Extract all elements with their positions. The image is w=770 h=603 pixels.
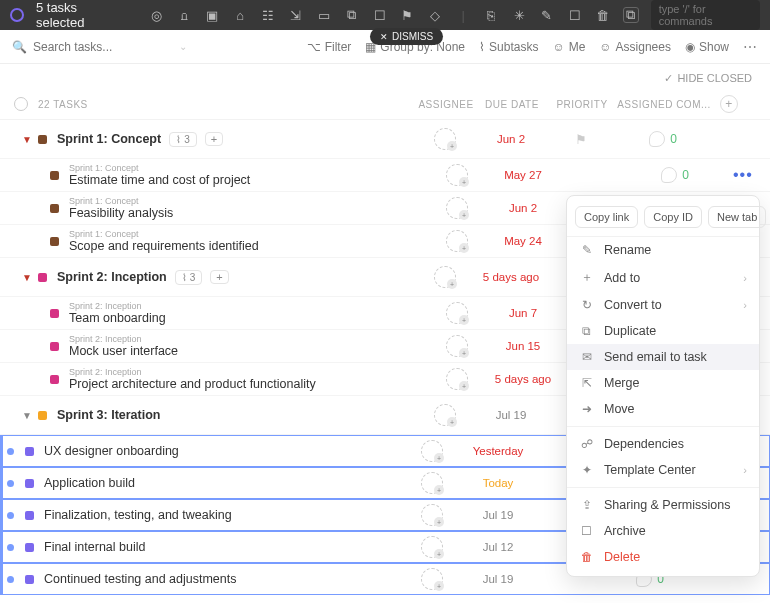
assignee-placeholder-icon[interactable]: + [421,536,443,558]
add-assignee-icon[interactable]: + [459,315,469,325]
add-assignee-icon[interactable]: + [434,549,444,559]
edit-icon[interactable]: ✎ [539,7,555,23]
assignee-placeholder-icon[interactable]: + [446,164,468,186]
col-priority[interactable]: PRIORITY [550,99,614,110]
due-date-cell[interactable]: May 27 [485,169,561,181]
ctx-sharing[interactable]: ⇪Sharing & Permissions [567,492,759,518]
due-date-cell[interactable]: Jul 19 [460,573,536,585]
subtasks-icon[interactable]: ▣ [204,7,220,23]
col-assigned-comments[interactable]: ASSIGNED COM... [614,99,714,110]
due-date-cell[interactable]: Jul 12 [460,541,536,553]
ctx-move[interactable]: ➜Move [567,396,759,422]
checklist-icon[interactable]: ☷ [260,7,276,23]
add-assignee-icon[interactable]: + [434,485,444,495]
assign-user-icon[interactable]: ⩍ [176,7,192,23]
assignee-placeholder-icon[interactable]: + [446,368,468,390]
add-assignee-icon[interactable]: + [459,210,469,220]
breadcrumb[interactable]: Sprint 1: Concept [69,196,429,206]
assignee-placeholder-icon[interactable]: + [446,302,468,324]
assignee-placeholder-icon[interactable]: + [446,230,468,252]
ctx-add-to[interactable]: ＋Add to› [567,263,759,292]
move-icon[interactable]: ⇲ [288,7,304,23]
task-title[interactable]: Team onboarding [69,311,429,325]
due-date-cell[interactable]: Jun 7 [485,307,561,319]
task-row[interactable]: Sprint 1: ConceptEstimate time and cost … [0,159,770,192]
sprint-row[interactable]: ▼Sprint 4: Release+Jul 25⚑ [0,595,770,603]
assignees-button[interactable]: ☺Assignees [599,40,671,54]
add-subtask-button[interactable]: + [210,270,228,284]
assignee-cell[interactable]: + [404,472,460,494]
calendar-icon[interactable]: ☐ [372,7,388,23]
collapse-caret-icon[interactable]: ▼ [22,134,32,145]
dependencies-top-icon[interactable]: ✳ [511,7,527,23]
close-icon[interactable]: ✕ [380,32,388,42]
chevron-down-icon[interactable]: ⌄ [179,41,187,52]
assignee-cell[interactable]: + [404,504,460,526]
add-assignee-icon[interactable]: + [447,417,457,427]
due-date-cell[interactable]: Jul 19 [460,509,536,521]
status-color-dot[interactable] [25,479,34,488]
date-icon[interactable]: ▭ [316,7,332,23]
more-menu[interactable]: ⋯ [743,39,758,55]
task-title[interactable]: Mock user interface [69,344,429,358]
assignee-cell[interactable]: + [429,368,485,390]
col-assignee[interactable]: ASSIGNEE [418,99,474,110]
add-assignee-icon[interactable]: + [447,141,457,151]
status-color-dot[interactable] [50,375,59,384]
assignee-cell[interactable]: + [429,230,485,252]
new-tab-button[interactable]: New tab [708,206,766,228]
task-title[interactable]: Feasibility analysis [69,206,429,220]
assignee-cell[interactable]: + [404,536,460,558]
col-due-date[interactable]: DUE DATE [474,99,550,110]
ctx-merge[interactable]: ⇱Merge [567,370,759,396]
ctx-rename[interactable]: ✎Rename [567,237,759,263]
subtask-count-badge[interactable]: ⌇3 [175,270,203,285]
task-title[interactable]: Scope and requirements identified [69,239,429,253]
status-color-dot[interactable] [50,171,59,180]
ctx-delete[interactable]: 🗑Delete [567,544,759,570]
comments-indicator[interactable]: 0 [661,167,689,183]
trash-top-icon[interactable]: 🗑 [595,7,611,23]
copy-link-button[interactable]: Copy link [575,206,638,228]
assignee-cell[interactable]: + [417,128,473,150]
status-color-dot[interactable] [25,447,34,456]
task-title[interactable]: Final internal build [44,540,404,554]
copy-id-button[interactable]: Copy ID [644,206,702,228]
assignee-placeholder-icon[interactable]: + [434,128,456,150]
due-date-cell[interactable]: 5 days ago [485,373,561,385]
task-title[interactable]: Estimate time and cost of project [69,173,429,187]
add-assignee-icon[interactable]: + [459,348,469,358]
due-date-cell[interactable]: May 24 [485,235,561,247]
filter-button[interactable]: ⌥Filter [307,40,352,54]
show-button[interactable]: ◉Show [685,40,729,54]
due-date-cell[interactable]: 5 days ago [473,271,549,283]
status-color-dot[interactable] [50,204,59,213]
breadcrumb[interactable]: Sprint 2: Inception [69,301,429,311]
comments-cell[interactable]: 0 [625,167,725,183]
task-title[interactable]: Sprint 2: Inception [57,270,167,284]
status-color-dot[interactable] [50,309,59,318]
ctx-archive[interactable]: ☐Archive [567,518,759,544]
status-color-dot[interactable] [25,575,34,584]
assignee-cell[interactable]: + [429,302,485,324]
add-assignee-icon[interactable]: + [434,453,444,463]
add-assignee-icon[interactable]: + [434,517,444,527]
status-color-dot[interactable] [38,135,47,144]
due-date-cell[interactable]: Jun 2 [473,133,549,145]
assignee-placeholder-icon[interactable]: + [421,504,443,526]
assignee-cell[interactable]: + [417,404,473,426]
subtasks-button[interactable]: ⌇Subtasks [479,40,538,54]
task-title[interactable]: Project architecture and product functio… [69,377,429,391]
dismiss-pill[interactable]: ✕ DISMISS [370,28,443,45]
assignee-placeholder-icon[interactable]: + [446,197,468,219]
comments-indicator[interactable]: 0 [649,131,677,147]
task-title[interactable]: UX designer onboarding [44,444,404,458]
subtask-count-badge[interactable]: ⌇3 [169,132,197,147]
priority-cell[interactable]: ⚑ [549,132,613,147]
tag-icon[interactable]: ⌂ [232,7,248,23]
assignee-placeholder-icon[interactable]: + [434,404,456,426]
status-color-dot[interactable] [25,511,34,520]
breadcrumb[interactable]: Sprint 2: Inception [69,334,429,344]
ctx-dependencies[interactable]: ☍Dependencies [567,431,759,457]
due-date-cell[interactable]: Jul 19 [473,409,549,421]
